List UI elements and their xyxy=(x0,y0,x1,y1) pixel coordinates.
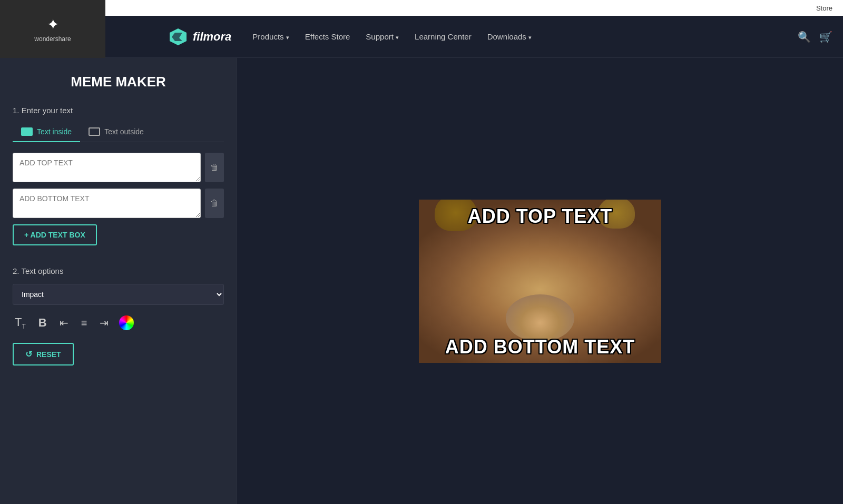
font-select[interactable]: Impact Arial Times New Roman Comic Sans … xyxy=(13,284,224,305)
main-layout: MEME MAKER 1. Enter your text Text insid… xyxy=(0,58,843,504)
panel-title: MEME MAKER xyxy=(13,74,224,90)
text-inside-icon xyxy=(21,127,33,136)
tab-text-outside[interactable]: Text outside xyxy=(80,123,152,142)
nav-effects-store[interactable]: Effects Store xyxy=(305,32,350,41)
bottom-text-input[interactable] xyxy=(13,189,201,218)
delete-top-text-button[interactable]: 🗑 xyxy=(205,153,224,182)
filmora-logo-icon xyxy=(169,27,188,46)
section2: 2. Text options Impact Arial Times New R… xyxy=(13,266,224,365)
tab-text-inside[interactable]: Text inside xyxy=(13,123,80,142)
bold-icon[interactable]: B xyxy=(36,314,49,332)
brand-name: filmora xyxy=(193,30,231,44)
nav-support[interactable]: Support xyxy=(366,32,399,41)
align-left-icon[interactable]: ⇤ xyxy=(57,314,71,331)
store-link[interactable]: Store xyxy=(816,4,832,12)
trash-icon-2: 🗑 xyxy=(210,199,219,208)
tab-switcher: Text inside Text outside xyxy=(13,123,224,142)
text-outside-icon xyxy=(89,127,100,136)
top-text-row: 🗑 xyxy=(13,153,224,182)
align-right-icon[interactable]: ⇥ xyxy=(97,314,111,331)
trash-icon: 🗑 xyxy=(210,163,219,172)
meme-top-text: ADD TOP TEXT xyxy=(419,206,661,227)
reset-icon: ↺ xyxy=(25,349,32,359)
topbar: Store xyxy=(0,0,843,16)
header: filmora Products Effects Store Support L… xyxy=(0,16,843,58)
top-text-input[interactable] xyxy=(13,153,201,182)
wondershare-name: wondershare xyxy=(34,35,71,43)
align-center-icon[interactable]: ≡ xyxy=(79,315,90,331)
reset-label: RESET xyxy=(36,350,61,359)
section1-label: 1. Enter your text xyxy=(13,106,224,115)
nav-learning-center[interactable]: Learning Center xyxy=(415,32,472,41)
canvas-area: ADD TOP TEXT ADD BOTTOM TEXT xyxy=(237,58,843,504)
color-picker-icon[interactable] xyxy=(119,315,134,330)
tab-text-outside-label: Text outside xyxy=(104,127,144,136)
section2-label: 2. Text options xyxy=(13,266,224,275)
text-format-row: TT B ⇤ ≡ ⇥ xyxy=(13,313,224,332)
search-icon[interactable]: 🔍 xyxy=(798,31,811,43)
font-size-icon[interactable]: TT xyxy=(13,313,28,332)
meme-bottom-text: ADD BOTTOM TEXT xyxy=(419,337,661,358)
tab-text-inside-label: Text inside xyxy=(37,127,72,136)
bear-snout xyxy=(506,294,574,342)
delete-bottom-text-button[interactable]: 🗑 xyxy=(205,189,224,218)
reset-button[interactable]: ↺ RESET xyxy=(13,343,74,365)
meme-preview: ADD TOP TEXT ADD BOTTOM TEXT xyxy=(419,200,661,363)
bottom-text-row: 🗑 xyxy=(13,189,224,218)
cart-icon[interactable]: 🛒 xyxy=(819,31,832,43)
add-textbox-button[interactable]: + ADD TEXT BOX xyxy=(13,224,97,245)
nav-downloads[interactable]: Downloads xyxy=(487,32,532,41)
nav-products[interactable]: Products xyxy=(252,32,289,41)
sidebar-brand: ✦ wondershare xyxy=(0,0,105,58)
wondershare-logo-icon: ✦ xyxy=(47,16,59,33)
header-icons: 🔍 🛒 xyxy=(798,31,843,43)
main-nav: Products Effects Store Support Learning … xyxy=(252,32,798,41)
left-panel: MEME MAKER 1. Enter your text Text insid… xyxy=(0,58,237,504)
